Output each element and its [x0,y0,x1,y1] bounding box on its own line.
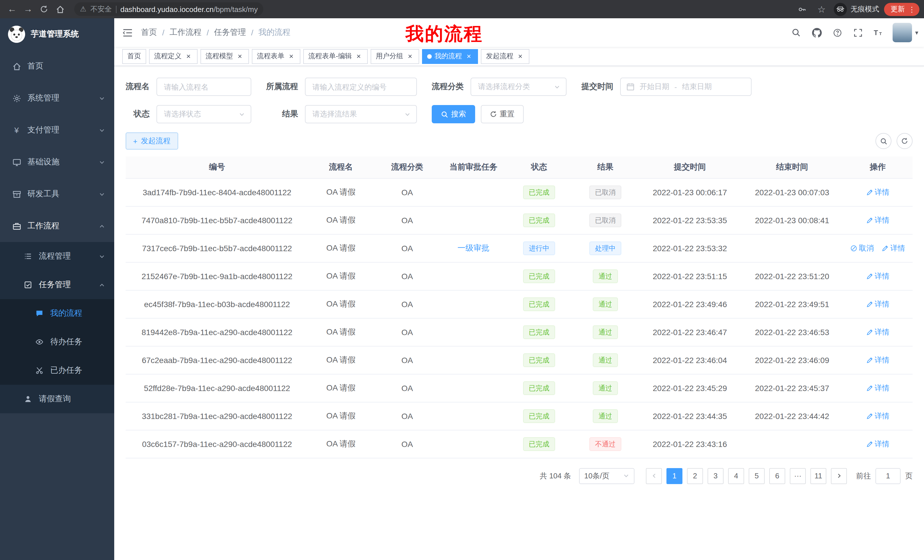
category-select[interactable]: 请选择流程分类 [471,78,567,96]
result-select[interactable]: 请选择流结果 [305,105,417,123]
reset-button[interactable]: 重置 [481,105,524,123]
submit-time-range[interactable]: 开始日期 - 结束日期 [620,78,752,96]
close-icon[interactable]: × [465,52,473,60]
table-row: 7317cec6-7b9b-11ec-b5b7-acde48001122OA 请… [126,234,913,262]
cell-category: OA [374,402,441,430]
next-page-button[interactable] [831,468,847,484]
sidebar-item[interactable]: 请假查询 [0,385,114,413]
process-name-input[interactable] [156,78,251,96]
breadcrumb-task-mgmt[interactable]: 任务管理 [214,27,246,38]
close-icon[interactable]: × [516,52,524,60]
fullscreen-icon[interactable] [848,23,868,42]
detail-link[interactable]: 详情 [866,187,890,197]
close-icon[interactable]: × [355,52,363,60]
list-icon [23,252,33,260]
detail-link[interactable]: 详情 [866,299,890,309]
user-menu[interactable]: ▾ [893,23,918,42]
logo-avatar [8,26,25,43]
detail-link[interactable]: 详情 [882,243,905,253]
active-dot [427,54,432,58]
update-button[interactable]: 更新 ⋮ [884,3,920,16]
page-button[interactable]: 4 [728,468,744,484]
forward-icon[interactable]: → [21,2,35,16]
tab-label: 流程表单-编辑 [308,51,352,61]
detail-link[interactable]: 详情 [866,355,890,365]
detail-link[interactable]: 详情 [866,439,890,449]
close-icon[interactable]: × [184,52,192,60]
tab-item[interactable]: 流程模型× [201,49,249,64]
close-icon[interactable]: × [406,52,414,60]
back-icon[interactable]: ← [4,2,20,16]
sidebar-item[interactable]: 首页 [0,50,114,82]
font-size-icon[interactable]: TT [869,23,888,42]
avatar[interactable] [893,23,912,42]
toggle-search-button[interactable] [876,133,891,149]
sidebar-item[interactable]: 系统管理 [0,82,114,114]
page-button[interactable]: 2 [687,468,703,484]
page-size-select[interactable]: 10条/页 [579,468,634,484]
prev-page-button[interactable] [646,468,662,484]
sidebar-item[interactable]: ¥支付管理 [0,114,114,146]
page-button[interactable]: 1 [666,468,682,484]
detail-link[interactable]: 详情 [866,411,890,421]
sidebar-item[interactable]: 研发工具 [0,178,114,210]
sidebar-item-label: 已办任务 [50,365,82,376]
close-icon[interactable]: × [287,52,295,60]
reload-icon[interactable] [36,2,51,16]
cell-category: OA [374,318,441,346]
edit-icon [866,356,873,363]
hamburger-icon[interactable] [114,28,141,37]
address-bar[interactable]: ⚠ 不安全 dashboard.yudao.iocoder.cn/bpm/tas… [74,2,264,16]
github-icon[interactable] [807,23,826,42]
detail-link[interactable]: 详情 [866,383,890,393]
status-select[interactable]: 请选择状态 [156,105,251,123]
page-button[interactable]: 5 [748,468,765,484]
tab-item[interactable]: 流程表单-编辑× [303,49,368,64]
breadcrumb-home[interactable]: 首页 [141,27,157,38]
process-def-input[interactable] [305,78,417,96]
create-process-button[interactable]: + 发起流程 [126,132,178,150]
sidebar-item[interactable]: 已办任务 [0,356,114,385]
page-button[interactable]: 6 [769,468,785,484]
tab-item[interactable]: 流程定义× [149,49,198,64]
search-button[interactable]: 搜索 [432,105,475,123]
calendar-icon [627,83,634,91]
sidebar-item[interactable]: 任务管理 [0,271,114,299]
breadcrumb-workflow[interactable]: 工作流程 [170,27,202,38]
edit-icon [866,301,873,307]
sidebar-item[interactable]: 基础设施 [0,146,114,178]
home-icon[interactable] [52,2,68,16]
page-button[interactable]: 11 [810,468,826,484]
result-badge: 处理中 [590,241,621,255]
tab-item[interactable]: 首页 [122,49,146,64]
tab-item[interactable]: 我的流程× [422,49,478,64]
sidebar-item[interactable]: 工作流程 [0,210,114,242]
menu-dots-icon[interactable]: ⋮ [908,5,915,13]
task-link[interactable]: 一级审批 [458,243,489,252]
tab-item[interactable]: 发起流程× [481,49,530,64]
cell-task [441,318,506,346]
search-icon[interactable] [787,23,806,42]
cell-end-time: 2022-01-22 23:46:53 [741,318,843,346]
tab-item[interactable]: 用户分组× [370,49,419,64]
detail-link[interactable]: 详情 [866,215,890,225]
pager-ellipsis[interactable]: ··· [790,468,806,484]
cell-name: OA 请假 [308,402,374,430]
help-icon[interactable] [828,23,847,42]
refresh-table-button[interactable] [897,133,913,149]
detail-link[interactable]: 详情 [866,271,890,281]
page-button[interactable]: 3 [708,468,723,484]
tab-item[interactable]: 流程表单× [252,49,300,64]
sidebar-item[interactable]: 待办任务 [0,328,114,356]
detail-link[interactable]: 详情 [866,327,890,337]
sidebar-item[interactable]: 我的流程 [0,299,114,328]
star-icon[interactable]: ☆ [814,2,829,16]
sidebar-item[interactable]: 流程管理 [0,242,114,271]
cancel-link[interactable]: 取消 [850,243,874,253]
sidebar-item-label: 系统管理 [27,93,59,103]
key-icon[interactable] [795,2,810,16]
sidebar-item-label: 请假查询 [39,394,71,404]
goto-page-input[interactable] [876,468,901,484]
tab-label: 首页 [128,51,141,61]
close-icon[interactable]: × [236,52,244,60]
